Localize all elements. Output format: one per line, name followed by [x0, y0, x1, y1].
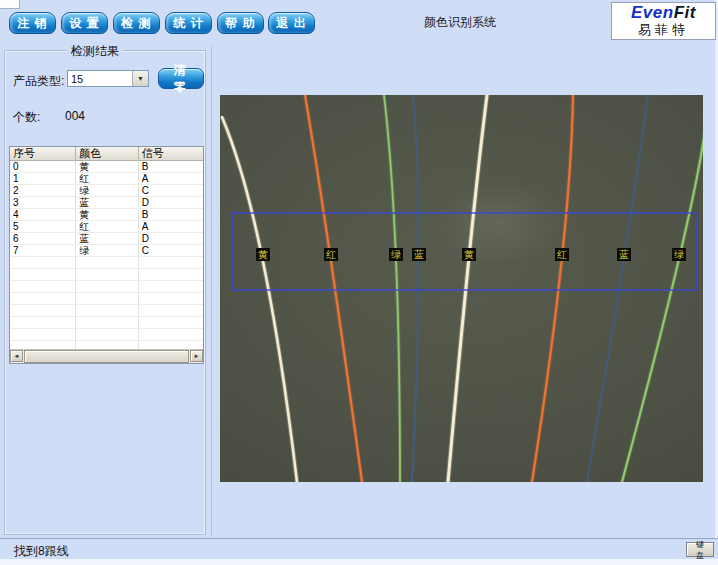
window-frame-bottom [0, 558, 718, 565]
statistics-button[interactable]: 统 计 [165, 12, 212, 34]
table-cell [10, 293, 76, 304]
status-bar: 找到8跟线 键盘 [0, 538, 718, 559]
wire-label-text: 绿 [391, 249, 401, 260]
wire-label-text: 黄 [258, 249, 268, 260]
product-type-value: 15 [71, 72, 83, 86]
settings-button[interactable]: 设 置 [61, 12, 108, 34]
scroll-left-icon[interactable]: ◄ [10, 350, 23, 362]
table-cell: B [139, 209, 203, 220]
table-cell [76, 257, 138, 268]
table-row[interactable]: 0黄B [10, 161, 203, 173]
help-button[interactable]: 帮 助 [217, 12, 264, 34]
table-cell: 蓝 [76, 233, 138, 244]
column-header-color[interactable]: 颜色 [76, 147, 138, 160]
brand-logo-chinese: 易菲特 [612, 22, 715, 37]
table-cell: 2 [10, 185, 76, 196]
results-table: 序号 颜色 信号 0黄B1红A2绿C3蓝D4黄B5红A6蓝D7绿C ◄ ► [9, 146, 204, 364]
table-row[interactable]: 1红A [10, 173, 203, 185]
table-cell: 0 [10, 161, 76, 172]
table-cell: D [139, 233, 203, 244]
scroll-right-icon[interactable]: ► [190, 350, 203, 362]
brand-logo: EvenFit 易菲特 [611, 2, 716, 40]
table-cell [139, 329, 203, 340]
table-cell: A [139, 173, 203, 184]
table-cell [10, 257, 76, 268]
count-label: 个数: [13, 109, 40, 126]
table-cell [139, 317, 203, 328]
wire-red-2-halo [532, 95, 573, 482]
table-cell [139, 257, 203, 268]
wires-overlay: 黄红绿蓝黄红蓝绿 [220, 95, 703, 482]
table-cell [76, 293, 138, 304]
window-corner-fragment [0, 0, 20, 9]
table-cell [139, 269, 203, 280]
wire-label-text: 红 [557, 249, 567, 260]
wire-label-text: 蓝 [414, 249, 424, 260]
exit-button[interactable]: 退 出 [268, 12, 315, 34]
table-row[interactable] [10, 281, 203, 293]
count-value: 004 [65, 109, 85, 123]
scrollbar-thumb[interactable] [24, 350, 189, 363]
table-cell [76, 329, 138, 340]
table-cell: 4 [10, 209, 76, 220]
detect-button[interactable]: 检 测 [113, 12, 160, 34]
table-cell: 黄 [76, 161, 138, 172]
wire-label-text: 黄 [464, 249, 474, 260]
table-cell [10, 305, 76, 316]
wire-label-text: 蓝 [619, 249, 629, 260]
column-header-signal[interactable]: 信号 [139, 147, 203, 160]
camera-image: 黄红绿蓝黄红蓝绿 [220, 95, 703, 482]
logout-button[interactable]: 注 销 [9, 12, 56, 34]
table-cell [76, 281, 138, 292]
table-row[interactable] [10, 305, 203, 317]
table-cell: B [139, 161, 203, 172]
table-row[interactable]: 5红A [10, 221, 203, 233]
keyboard-button[interactable]: 键盘 [686, 542, 714, 557]
results-table-header: 序号 颜色 信号 [10, 147, 203, 161]
wire-green-1 [384, 95, 400, 482]
brand-logo-eve: Eve [631, 3, 663, 22]
table-cell [139, 281, 203, 292]
table-horizontal-scrollbar[interactable]: ◄ ► [10, 349, 203, 363]
column-header-index[interactable]: 序号 [10, 147, 76, 160]
table-cell: 5 [10, 221, 76, 232]
table-row[interactable]: 4黄B [10, 209, 203, 221]
table-row[interactable] [10, 329, 203, 341]
table-row[interactable]: 6蓝D [10, 233, 203, 245]
panel-splitter [211, 46, 212, 536]
table-cell: 3 [10, 197, 76, 208]
table-cell: 绿 [76, 245, 138, 256]
table-cell: 黄 [76, 209, 138, 220]
group-title: 检测结果 [67, 43, 123, 60]
table-row[interactable]: 7绿C [10, 245, 203, 257]
table-row[interactable] [10, 257, 203, 269]
product-type-select[interactable]: 15 ▼ [67, 70, 149, 87]
table-row[interactable]: 3蓝D [10, 197, 203, 209]
table-cell [76, 305, 138, 316]
wire-red-2 [532, 95, 573, 482]
brand-logo-n: n [663, 3, 674, 22]
table-cell [76, 317, 138, 328]
wire-yellow-1-halo [222, 117, 297, 482]
table-cell: 1 [10, 173, 76, 184]
table-cell [10, 329, 76, 340]
table-cell: 红 [76, 173, 138, 184]
wire-label-text: 红 [326, 249, 336, 260]
table-row[interactable] [10, 269, 203, 281]
table-row[interactable] [10, 293, 203, 305]
wire-yellow-1 [222, 117, 297, 482]
table-cell [10, 317, 76, 328]
table-row[interactable] [10, 317, 203, 329]
results-table-body: 0黄B1红A2绿C3蓝D4黄B5红A6蓝D7绿C [10, 161, 203, 350]
clear-button[interactable]: 清 零 [158, 68, 204, 89]
table-cell: 红 [76, 221, 138, 232]
brand-logo-fit: Fit [674, 3, 696, 22]
chevron-down-icon[interactable]: ▼ [132, 71, 148, 86]
product-type-label: 产品类型: [13, 73, 64, 90]
table-cell [139, 305, 203, 316]
page-title: 颜色识别系统 [380, 14, 540, 31]
table-row[interactable]: 2绿C [10, 185, 203, 197]
table-cell [139, 293, 203, 304]
table-cell [10, 281, 76, 292]
table-cell: D [139, 197, 203, 208]
